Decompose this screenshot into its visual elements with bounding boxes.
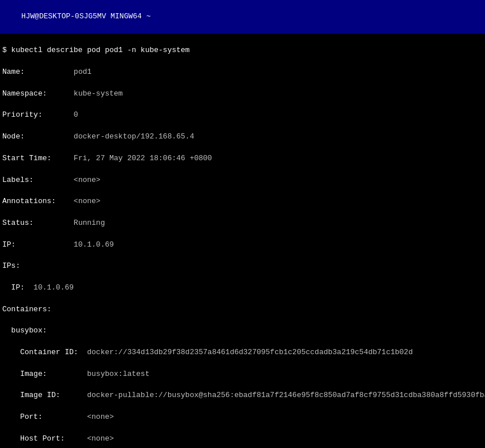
container-image-id: Image ID: docker-pullable://busybox@sha2… bbox=[2, 390, 483, 401]
field-ip: IP: 10.1.0.69 bbox=[2, 240, 483, 251]
field-ips: IPs: bbox=[2, 261, 483, 272]
field-node: Node: docker-desktop/192.168.65.4 bbox=[2, 132, 483, 142]
field-ips-ip: IP: 10.1.0.69 bbox=[2, 283, 483, 294]
container-port: Port: <none> bbox=[2, 412, 483, 423]
title-bar: HJW@DESKTOP-0SJG5MV MINGW64 ~ bbox=[0, 0, 485, 34]
command-text: $ kubectl describe pod pod1 -n kube-syst… bbox=[2, 46, 190, 54]
field-annotations: Annotations: <none> bbox=[2, 196, 483, 207]
title-text: HJW@DESKTOP-0SJG5MV MINGW64 ~ bbox=[21, 12, 150, 21]
terminal-window: HJW@DESKTOP-0SJG5MV MINGW64 ~ $ kubectl … bbox=[0, 0, 485, 448]
field-start-time: Start Time: Fri, 27 May 2022 18:06:46 +0… bbox=[2, 153, 483, 164]
field-status: Status: Running bbox=[2, 218, 483, 229]
container-host-port: Host Port: <none> bbox=[2, 434, 483, 445]
command-line: $ kubectl describe pod pod1 -n kube-syst… bbox=[2, 45, 483, 56]
container-image: Image: busybox:latest bbox=[2, 369, 483, 380]
container-id: Container ID: docker://334d13db29f38d235… bbox=[2, 347, 483, 358]
field-labels: Labels: <none> bbox=[2, 175, 483, 186]
field-name: Name: pod1 bbox=[2, 67, 483, 78]
containers-header: Containers: bbox=[2, 304, 483, 315]
container-name: busybox: bbox=[2, 326, 483, 336]
field-priority: Priority: 0 bbox=[2, 110, 483, 121]
field-namespace: Namespace: kube-system bbox=[2, 89, 483, 100]
terminal-content[interactable]: $ kubectl describe pod pod1 -n kube-syst… bbox=[0, 34, 485, 448]
